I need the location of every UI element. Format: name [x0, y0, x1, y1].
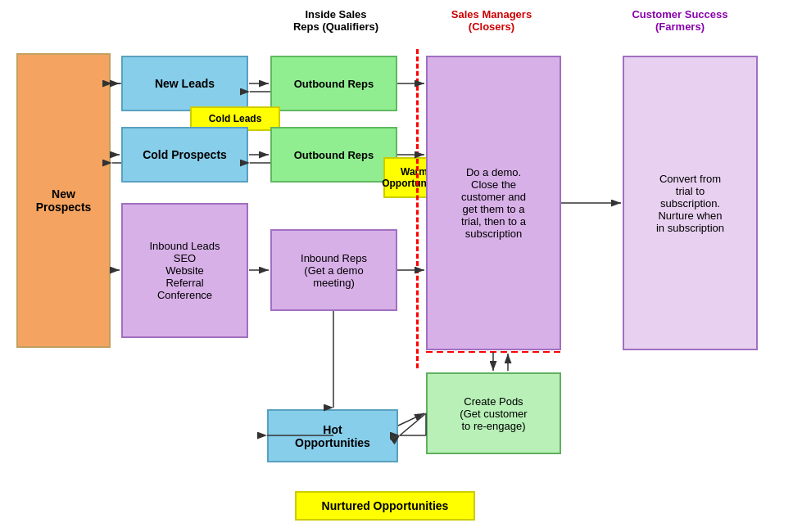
header-sales-managers: Sales Managers (Closers) [426, 8, 557, 33]
nurtured-opportunities-box: Nurtured Opportunities [295, 491, 475, 521]
outbound-reps-2-box: Outbound Reps [270, 127, 397, 183]
diagram-container: Inside Sales Reps (Qualifiers) Sales Man… [0, 0, 793, 532]
customer-success-box: Convert from trial to subscription. Nurt… [623, 56, 758, 350]
cold-prospects-box: Cold Prospects [121, 127, 248, 183]
inbound-leads-box: Inbound Leads SEO Website Referral Confe… [121, 203, 248, 338]
svg-line-22 [400, 413, 426, 435]
svg-line-25 [398, 413, 424, 426]
header-inside-sales: Inside Sales Reps (Qualifiers) [270, 8, 401, 33]
new-leads-box: New Leads [121, 56, 248, 111]
sales-manager-box: Do a demo. Close the customer and get th… [426, 56, 561, 350]
create-pods-box: Create Pods (Get customer to re-engage) [426, 372, 561, 454]
inbound-reps-box: Inbound Reps (Get a demo meeting) [270, 229, 397, 311]
division-line [416, 49, 419, 368]
hot-opportunities-box: Hot Opportunities [267, 409, 398, 462]
new-prospects-box: New Prospects [16, 53, 111, 348]
header-customer-success: Customer Success (Farmers) [614, 8, 745, 33]
outbound-reps-1-box: Outbound Reps [270, 56, 397, 111]
